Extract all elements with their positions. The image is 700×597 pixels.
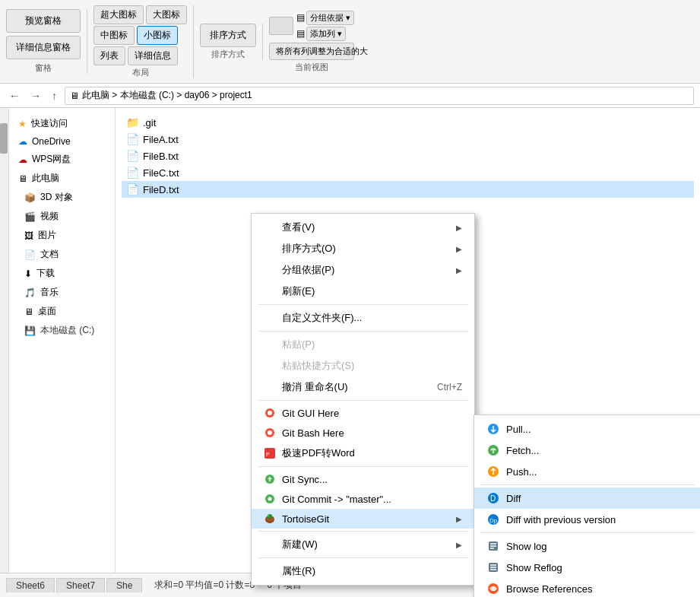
back-button[interactable]: ←: [6, 88, 23, 103]
file-item-fileb[interactable]: 📄 FileB.txt: [122, 148, 694, 164]
cm-new-arrow: ▶: [456, 541, 462, 549]
cm-sep-5: [258, 531, 468, 532]
paste-shortcut-cm-icon: [264, 360, 276, 372]
svg-text:D: D: [490, 494, 496, 503]
layout-group-label: 布局: [93, 67, 187, 78]
sheet-tabs: Sheet6 Sheet7 She: [6, 578, 142, 592]
cm-customize-label: 自定义文件夹(F)...: [282, 311, 362, 325]
cm-new[interactable]: 新建(W) ▶: [252, 534, 474, 555]
group-by-button[interactable]: 分组依据 ▾: [306, 11, 354, 25]
forward-button[interactable]: →: [27, 88, 44, 103]
sidebar-item-downloads[interactable]: ⬇ 下载: [9, 264, 115, 283]
cm-git-sync-label: Git Sync...: [282, 474, 328, 485]
small-icons-button[interactable]: 小图标: [137, 26, 178, 45]
tg-browse-refs[interactable]: Browse References: [474, 578, 700, 597]
list-button[interactable]: 列表: [93, 46, 125, 65]
push-icon: [486, 465, 500, 478]
cm-git-commit[interactable]: Git Commit -> "master"...: [252, 489, 474, 509]
text-icon-a: 📄: [126, 133, 138, 145]
tg-diff-prev[interactable]: Dp Diff with previous version: [474, 509, 700, 530]
add-column-button[interactable]: 添加列 ▾: [306, 27, 346, 41]
sidebar-item-desktop[interactable]: 🖥 桌面: [9, 302, 115, 321]
tg-show-log[interactable]: Show log: [474, 535, 700, 557]
tg-show-reflog[interactable]: Show Reflog: [474, 557, 700, 578]
sidebar-item-onedrive[interactable]: ☁ OneDrive: [9, 133, 115, 150]
sheet-tab-she[interactable]: She: [106, 578, 142, 592]
tg-fetch[interactable]: Fetch...: [474, 440, 700, 461]
sheet-tab-6[interactable]: Sheet6: [6, 578, 55, 592]
show-log-icon: [486, 539, 500, 553]
sidebar-item-this-pc[interactable]: 🖥 此电脑: [9, 169, 115, 188]
breadcrumb[interactable]: 🖥 此电脑 > 本地磁盘 (C:) > day06 > project1: [65, 87, 694, 105]
svg-point-3: [268, 430, 272, 435]
cm-view[interactable]: 查看(V) ▶: [252, 217, 474, 238]
cm-undo-shortcut: Ctrl+Z: [437, 382, 462, 392]
tg-diff-label: Diff: [506, 493, 521, 504]
file-name-filea: FileA.txt: [143, 134, 179, 145]
sidebar-label-documents: 文档: [40, 248, 59, 261]
sheet-tab-7[interactable]: Sheet7: [56, 578, 105, 592]
sidebar-item-video[interactable]: 🎬 视频: [9, 207, 115, 226]
tg-show-reflog-label: Show Reflog: [506, 562, 562, 573]
sidebar-item-music[interactable]: 🎵 音乐: [9, 283, 115, 302]
group-cm-icon: [264, 264, 276, 276]
sidebar-item-pictures[interactable]: 🖼 图片: [9, 226, 115, 245]
cm-paste-shortcut[interactable]: 粘贴快捷方式(S): [252, 355, 474, 376]
tortoisegit-submenu: Pull... Fetch... Push... D Diff Dp Diff …: [474, 414, 700, 597]
sort-button[interactable]: 排序方式: [200, 24, 256, 47]
cm-git-sync[interactable]: Git Sync...: [252, 469, 474, 489]
file-item-filed[interactable]: 📄 FileD.txt: [122, 181, 694, 198]
tg-push[interactable]: Push...: [474, 461, 700, 482]
large-icons-button[interactable]: 大图标: [146, 5, 187, 24]
file-item-filec[interactable]: 📄 FileC.txt: [122, 164, 694, 181]
details-button[interactable]: 详细信息: [128, 46, 178, 65]
props-cm-icon: [264, 565, 276, 577]
cm-customize[interactable]: 自定义文件夹(F)...: [252, 307, 474, 329]
tg-diff[interactable]: D Diff: [474, 487, 700, 509]
pull-icon: [486, 422, 500, 436]
fit-all-columns-button[interactable]: 将所有列调整为合适的大: [269, 43, 354, 60]
sidebar-label-video: 视频: [40, 210, 59, 223]
details-pane-button[interactable]: 详细信息窗格: [6, 36, 81, 59]
extra-large-icons-button[interactable]: 超大图标: [93, 5, 144, 24]
sidebar-scrollbar[interactable]: [0, 108, 9, 573]
browse-refs-icon: [486, 582, 500, 595]
cm-group[interactable]: 分组依据(P) ▶: [252, 259, 474, 281]
cm-sort[interactable]: 排序方式(O) ▶: [252, 238, 474, 259]
cm-paste-label: 粘贴(P): [282, 338, 315, 351]
cm-paste[interactable]: 粘贴(P): [252, 334, 474, 355]
group-by-row: ▤ 分组依据 ▾: [296, 11, 354, 25]
cm-sep-1: [258, 304, 468, 305]
cm-git-gui[interactable]: Git GUI Here: [252, 403, 474, 423]
up-button[interactable]: ↑: [49, 88, 60, 103]
sidebar-item-documents[interactable]: 📄 文档: [9, 245, 115, 264]
file-item-git[interactable]: 📁 .git: [122, 114, 694, 131]
sidebar-label-pictures: 图片: [38, 229, 56, 242]
medium-icons-button[interactable]: 中图标: [93, 26, 135, 45]
git-bash-icon: [264, 427, 276, 439]
tg-browse-refs-label: Browse References: [506, 583, 592, 595]
sidebar: ★ 快速访问 ☁ OneDrive ☁ WPS网盘 🖥 此电脑 📦 3D 对象 …: [9, 108, 116, 573]
cm-refresh[interactable]: 刷新(E): [252, 281, 474, 302]
undo-cm-icon: [264, 381, 276, 393]
cm-sep-2: [258, 331, 468, 332]
file-name-filed: FileD.txt: [143, 184, 179, 195]
cm-undo[interactable]: 撤消 重命名(U) Ctrl+Z: [252, 376, 474, 398]
cm-tortoisegit[interactable]: TortoiseGit ▶: [252, 509, 474, 529]
sidebar-item-3d[interactable]: 📦 3D 对象: [9, 188, 115, 207]
cm-pdf-word[interactable]: P 极速PDF转Word: [252, 443, 474, 464]
tg-fetch-label: Fetch...: [506, 445, 539, 456]
cm-git-bash[interactable]: Git Bash Here: [252, 423, 474, 443]
file-item-filea[interactable]: 📄 FileA.txt: [122, 131, 694, 148]
sidebar-item-quick-access[interactable]: ★ 快速访问: [9, 114, 115, 133]
preview-pane-button[interactable]: 预览窗格: [6, 9, 81, 33]
cm-sep-3: [258, 400, 468, 401]
git-gui-icon: [264, 407, 276, 419]
sidebar-item-wps[interactable]: ☁ WPS网盘: [9, 150, 115, 169]
tg-pull[interactable]: Pull...: [474, 418, 700, 440]
sidebar-item-local-disk[interactable]: 💾 本地磁盘 (C:): [9, 321, 115, 340]
cm-tortoisegit-label: TortoiseGit: [282, 513, 329, 525]
svg-point-12: [268, 515, 270, 517]
cm-properties[interactable]: 属性(R): [252, 560, 474, 582]
cm-git-bash-label: Git Bash Here: [282, 427, 344, 439]
